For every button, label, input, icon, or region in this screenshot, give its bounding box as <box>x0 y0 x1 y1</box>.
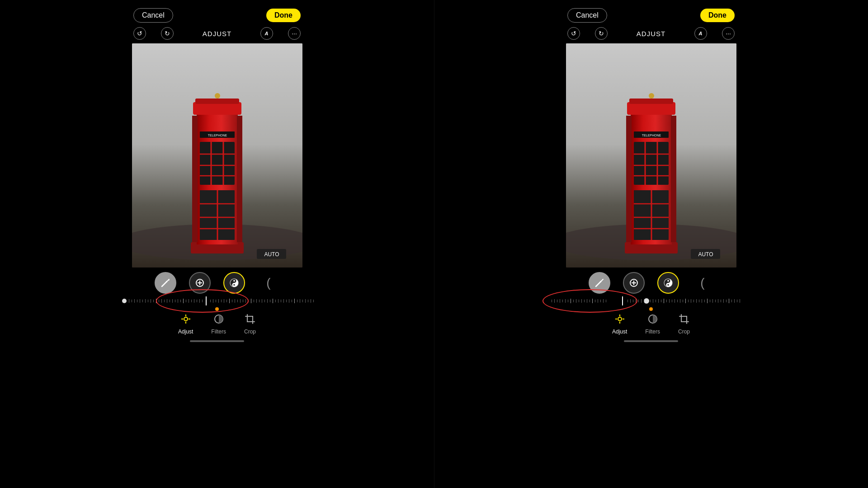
right-tab-adjust[interactable]: Adjust <box>612 314 627 335</box>
svg-rect-159 <box>600 300 601 302</box>
right-cancel-button[interactable]: Cancel <box>567 8 607 23</box>
svg-rect-191 <box>704 300 705 302</box>
right-done-button[interactable]: Done <box>700 9 735 22</box>
svg-rect-199 <box>726 300 726 302</box>
svg-rect-53 <box>180 300 181 302</box>
left-yin-yang-icon[interactable] <box>223 272 245 294</box>
left-redo-icon[interactable]: ↻ <box>161 27 174 40</box>
svg-rect-87 <box>275 300 276 302</box>
right-yin-yang-icon[interactable] <box>657 272 679 294</box>
svg-rect-197 <box>721 300 721 302</box>
svg-point-205 <box>618 317 622 321</box>
svg-rect-176 <box>664 299 664 303</box>
right-tab-crop[interactable]: Crop <box>678 314 690 335</box>
svg-rect-76 <box>245 299 246 303</box>
svg-rect-202 <box>734 299 735 303</box>
svg-rect-113 <box>671 116 676 242</box>
svg-rect-89 <box>281 300 281 302</box>
svg-rect-80 <box>256 299 257 303</box>
svg-rect-166 <box>633 300 633 302</box>
svg-rect-187 <box>693 300 694 302</box>
svg-rect-141 <box>552 300 552 302</box>
right-redo-icon[interactable]: ↻ <box>595 27 608 40</box>
left-tab-adjust[interactable]: Adjust <box>178 314 193 335</box>
svg-rect-10 <box>200 142 235 185</box>
svg-rect-5 <box>237 116 242 242</box>
left-tab-crop[interactable]: Crop <box>244 314 256 335</box>
left-cancel-button[interactable]: Cancel <box>133 8 173 23</box>
svg-rect-93 <box>292 300 292 302</box>
svg-rect-160 <box>603 299 604 303</box>
svg-point-139 <box>667 280 669 282</box>
svg-rect-46 <box>161 299 162 303</box>
svg-rect-4 <box>192 116 198 242</box>
left-undo-icon[interactable]: ↺ <box>133 27 146 40</box>
svg-rect-171 <box>650 300 651 302</box>
svg-rect-84 <box>267 299 268 303</box>
svg-rect-194 <box>712 299 713 303</box>
svg-rect-55 <box>186 300 186 302</box>
svg-point-21 <box>215 93 220 99</box>
svg-rect-192 <box>707 299 708 303</box>
left-more-icon[interactable]: ··· <box>288 27 301 40</box>
svg-rect-79 <box>254 300 254 302</box>
svg-rect-61 <box>202 300 203 302</box>
left-magic-wand-icon[interactable]: ✦ <box>155 272 176 294</box>
svg-rect-150 <box>576 299 576 303</box>
svg-rect-143 <box>557 300 557 302</box>
svg-rect-67 <box>221 300 222 302</box>
left-photo-panel: TELEPHONE AUTO <box>132 43 302 267</box>
svg-rect-158 <box>598 299 598 303</box>
right-paren-icon[interactable]: ( <box>692 272 713 294</box>
svg-rect-68 <box>224 299 224 303</box>
svg-rect-189 <box>699 300 699 302</box>
right-tab-crop-label: Crop <box>678 328 690 335</box>
svg-rect-57 <box>191 300 192 302</box>
svg-rect-58 <box>194 299 194 303</box>
svg-rect-101 <box>313 300 314 302</box>
svg-rect-175 <box>661 300 661 302</box>
right-tab-filters[interactable]: Filters <box>645 314 660 335</box>
svg-rect-97 <box>302 300 303 302</box>
svg-rect-147 <box>568 300 568 302</box>
svg-rect-78 <box>251 299 251 303</box>
left-tab-filters[interactable]: Filters <box>211 314 226 335</box>
left-auto-icon[interactable]: A <box>260 27 273 40</box>
svg-rect-198 <box>723 299 724 303</box>
svg-rect-75 <box>243 300 243 302</box>
left-circle-plus-icon[interactable] <box>189 272 211 294</box>
right-undo-icon[interactable]: ↺ <box>567 27 580 40</box>
svg-rect-72 <box>235 299 235 303</box>
svg-rect-201 <box>731 300 732 302</box>
svg-rect-34 <box>129 299 129 303</box>
right-magic-wand-icon[interactable] <box>589 272 610 294</box>
svg-rect-39 <box>142 300 143 302</box>
svg-rect-83 <box>264 300 265 302</box>
svg-rect-155 <box>590 300 590 302</box>
right-auto-icon[interactable]: A <box>694 27 707 40</box>
svg-rect-203 <box>737 300 737 302</box>
svg-rect-161 <box>606 300 606 302</box>
svg-rect-50 <box>172 299 173 303</box>
svg-rect-164 <box>627 300 628 302</box>
left-done-button[interactable]: Done <box>266 9 301 22</box>
svg-rect-82 <box>262 299 262 303</box>
svg-rect-7 <box>195 99 239 104</box>
svg-line-24 <box>162 282 167 286</box>
svg-rect-172 <box>653 299 653 303</box>
svg-rect-77 <box>248 300 249 302</box>
svg-rect-200 <box>729 299 729 303</box>
svg-rect-88 <box>278 299 278 303</box>
svg-rect-145 <box>562 300 563 302</box>
svg-rect-81 <box>259 300 259 302</box>
svg-rect-96 <box>300 299 300 303</box>
right-tab-adjust-label: Adjust <box>612 328 627 335</box>
svg-rect-178 <box>669 299 670 303</box>
left-paren-icon[interactable]: ( <box>258 272 279 294</box>
svg-rect-180 <box>675 299 675 303</box>
right-circle-plus-icon[interactable] <box>623 272 645 294</box>
right-more-icon[interactable]: ··· <box>722 27 735 40</box>
svg-rect-170 <box>644 300 644 302</box>
svg-rect-188 <box>696 299 697 303</box>
right-slider-indicator <box>649 307 653 311</box>
